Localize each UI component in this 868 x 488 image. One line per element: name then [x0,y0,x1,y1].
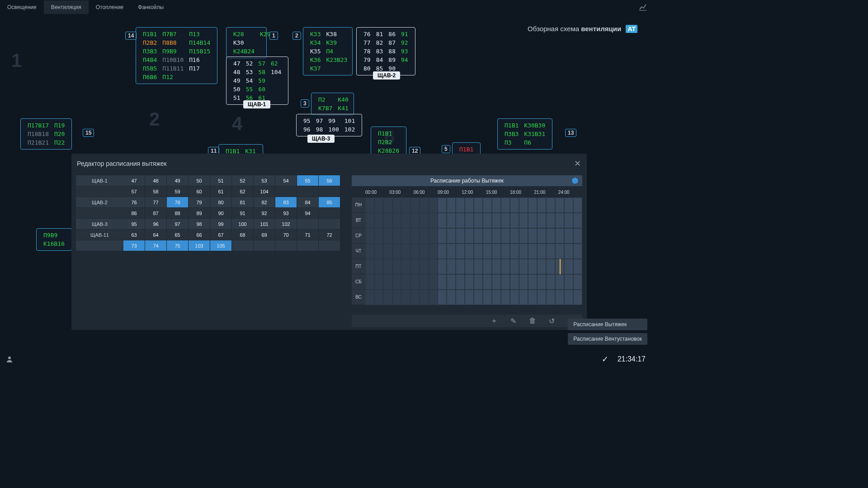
sched-cell[interactable] [564,197,573,213]
sched-cell[interactable] [365,197,374,213]
sched-cell[interactable] [474,228,483,244]
schedule-exhaust-button[interactable]: Расписание Вытяжек [568,319,647,330]
sched-cell[interactable] [528,259,537,274]
sched-cell[interactable] [537,213,546,228]
sched-cell[interactable] [573,290,582,305]
sched-cell[interactable] [438,244,447,259]
grid-cell-86[interactable]: 86 [123,208,145,219]
sched-cell[interactable] [420,274,429,290]
unit-П19[interactable]: П19 [52,122,67,129]
delete-icon[interactable]: 🗑 [529,317,536,325]
sched-cell[interactable] [383,244,392,259]
grid-cell-90[interactable]: 90 [210,208,232,219]
sched-cell[interactable] [474,197,483,213]
unit-К23В23[interactable]: К23В23 [324,56,349,64]
sched-cell[interactable] [374,228,383,244]
sched-cell[interactable] [474,244,483,259]
sched-cell[interactable] [483,274,492,290]
unit-К38[interactable]: К38 [324,30,349,38]
unit-89[interactable]: 89 [386,56,398,64]
sched-cell[interactable] [537,259,546,274]
unit-84[interactable]: 84 [374,56,386,64]
grid-cell-65[interactable]: 65 [167,230,189,240]
sched-cell[interactable] [429,228,438,244]
grid-cell-104[interactable]: 104 [254,186,275,197]
grid-cell-73[interactable]: 73 [123,240,145,251]
sched-cell[interactable] [483,259,492,274]
sched-cell[interactable] [546,244,555,259]
unit-98[interactable]: 98 [314,126,326,133]
unit-[interactable] [258,39,273,47]
sched-cell[interactable] [392,228,401,244]
unit-П4В4[interactable]: П4В4 [141,56,159,64]
grid-cell-101[interactable]: 101 [254,219,275,230]
unit-93[interactable]: 93 [399,47,410,55]
unit-99[interactable]: 99 [326,117,341,125]
sched-cell[interactable] [383,259,392,274]
sched-cell[interactable] [429,197,438,213]
sched-cell[interactable] [519,290,528,305]
grid-cell-50[interactable]: 50 [189,175,210,186]
grid-cell-93[interactable]: 93 [275,208,297,219]
sched-cell[interactable] [401,197,410,213]
grid-cell-91[interactable]: 91 [232,208,254,219]
sched-cell[interactable] [365,290,374,305]
sched-cell[interactable] [573,274,582,290]
sched-cell[interactable] [501,228,510,244]
grid-cell-51[interactable]: 51 [210,175,232,186]
grid-cell-85[interactable]: 85 [319,197,340,208]
grid-cell-48[interactable]: 48 [145,175,167,186]
grid-cell-87[interactable]: 87 [145,208,167,219]
grid-cell-60[interactable]: 60 [189,186,210,197]
sched-cell[interactable] [410,259,420,274]
sched-cell[interactable] [401,228,410,244]
sched-cell[interactable] [410,290,420,305]
grid-cell-102[interactable]: 102 [275,219,297,230]
sched-cell[interactable] [510,290,519,305]
sched-cell[interactable] [438,274,447,290]
sched-cell[interactable] [383,197,392,213]
unit-80[interactable]: 80 [361,65,373,72]
unit-[interactable] [269,85,283,93]
unit-101[interactable]: 101 [342,117,357,125]
unit-58[interactable]: 58 [256,68,268,76]
sched-cell[interactable] [401,244,410,259]
grid-cell-105[interactable]: 105 [210,240,232,251]
sched-cell[interactable] [519,259,528,274]
grid-cell-89[interactable]: 89 [189,208,210,219]
unit-П8В8[interactable]: П8В8 [160,39,186,47]
grid-cell-84[interactable]: 84 [297,197,319,208]
grid-cell-54[interactable]: 54 [275,175,297,186]
sched-cell[interactable] [564,213,573,228]
grid-cell-94[interactable]: 94 [297,208,319,219]
sched-cell[interactable] [429,244,438,259]
unit-[interactable] [399,65,410,72]
sched-cell[interactable] [438,213,447,228]
grid-cell-62[interactable]: 62 [232,186,254,197]
grid-cell-49[interactable]: 49 [167,175,189,186]
sched-cell[interactable] [573,213,582,228]
grid-cell-88[interactable]: 88 [167,208,189,219]
sched-cell[interactable] [483,213,492,228]
sched-cell[interactable] [465,244,474,259]
tab-Отопление[interactable]: Отопление [89,0,131,14]
sched-cell[interactable] [519,274,528,290]
unit-П6В6[interactable]: П6В6 [141,73,159,81]
grid-cell-96[interactable]: 96 [145,219,167,230]
grid-cell-67[interactable]: 67 [210,230,232,240]
sched-cell[interactable] [555,228,564,244]
tab-Фанкойлы[interactable]: Фанкойлы [131,0,171,14]
sched-cell[interactable] [401,213,410,228]
unit-П1В1[interactable]: П1В1 [457,145,476,153]
unit-[interactable] [187,73,212,81]
sched-cell[interactable] [501,290,510,305]
sched-cell[interactable] [564,228,573,244]
user-icon[interactable] [5,355,14,363]
sched-cell[interactable] [392,259,401,274]
unit-77[interactable]: 77 [361,39,373,47]
sched-cell[interactable] [555,290,564,305]
sched-cell[interactable] [537,274,546,290]
sched-cell[interactable] [447,290,456,305]
sched-cell[interactable] [392,213,401,228]
sched-cell[interactable] [465,290,474,305]
